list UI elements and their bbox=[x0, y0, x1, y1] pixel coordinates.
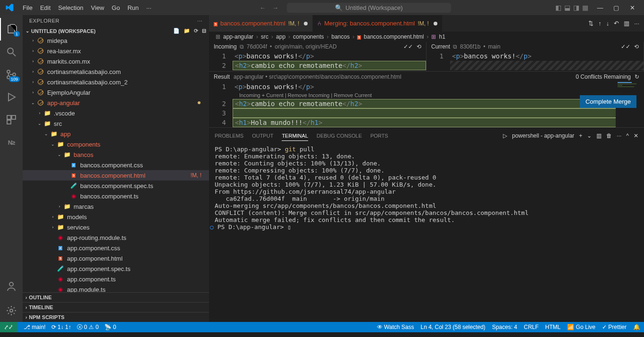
collapse-all-icon[interactable]: ⊟ bbox=[202, 28, 206, 34]
tree-item[interactable]: #bancos.component.css bbox=[23, 160, 209, 170]
activity-nx[interactable]: N≥ bbox=[0, 131, 23, 154]
tree-item[interactable]: ›📁.vscode bbox=[23, 108, 209, 118]
up-icon[interactable]: ↑ bbox=[598, 20, 602, 27]
tree-item[interactable]: ◉app-routing.module.ts bbox=[23, 232, 209, 243]
prettier-status[interactable]: ✓ Prettier bbox=[602, 324, 627, 330]
panel-tab-problems[interactable]: PROBLEMS bbox=[215, 131, 243, 140]
terminal-label[interactable]: powershell - app-angular bbox=[512, 132, 574, 139]
tree-item[interactable]: 5bancos.component.html!M, ! bbox=[23, 170, 209, 181]
activity-settings[interactable] bbox=[0, 299, 23, 322]
tree-item[interactable]: ⌄📁components bbox=[23, 139, 209, 149]
tree-item[interactable]: ›⎇cortinasmetalicasbajio.com bbox=[23, 66, 209, 77]
menu-selection[interactable]: Selection bbox=[54, 4, 87, 11]
terminal-dropdown-icon[interactable]: ⌄ bbox=[587, 132, 592, 139]
code-line[interactable]: 2<h2>cambio echo remotamente</h2> bbox=[209, 61, 426, 70]
editor-tab[interactable]: 5bancos.component.html!M, ! bbox=[209, 15, 313, 32]
tree-item[interactable]: #app.component.css bbox=[23, 243, 209, 253]
tree-item[interactable]: ⌄⎇app-angular bbox=[23, 98, 209, 108]
menu-view[interactable]: View bbox=[87, 4, 108, 11]
close-window-button[interactable]: ✕ bbox=[624, 0, 640, 15]
activity-source-control[interactable]: 109 bbox=[0, 63, 23, 86]
down-icon[interactable]: ↓ bbox=[606, 20, 610, 27]
menu-···[interactable]: ··· bbox=[142, 4, 155, 11]
tree-item[interactable]: ›⎇midepa bbox=[23, 35, 209, 46]
activity-account[interactable] bbox=[0, 275, 23, 297]
kill-terminal-icon[interactable]: 🗑 bbox=[606, 132, 612, 139]
reset-icon[interactable]: ↻ bbox=[635, 74, 639, 80]
layout-bottom-icon[interactable]: ⬓ bbox=[564, 4, 570, 11]
split-terminal-icon[interactable]: ▥ bbox=[596, 132, 602, 139]
refresh-icon[interactable]: ⟳ bbox=[194, 28, 198, 34]
section-timeline[interactable]: ›TIMELINE bbox=[23, 302, 209, 312]
accept-current-icon[interactable]: ✓✓ bbox=[621, 43, 630, 50]
code-line[interactable]: 1<p>bancos works!</p> bbox=[209, 51, 426, 61]
activity-run-debug[interactable] bbox=[0, 86, 23, 108]
activity-search[interactable] bbox=[0, 41, 23, 63]
revert-icon[interactable]: ↶ bbox=[614, 20, 619, 27]
watch-sass[interactable]: 👁 Watch Sass bbox=[377, 324, 414, 330]
revert-current-icon[interactable]: ⟲ bbox=[634, 43, 639, 50]
breadcrumb-item[interactable]: h1 bbox=[439, 33, 445, 40]
tree-item[interactable]: ›📁marcas bbox=[23, 201, 209, 212]
panel-tab-terminal[interactable]: TERMINAL bbox=[282, 131, 308, 141]
terminal-output[interactable]: PS D:\app-angular> git pullremote: Enume… bbox=[209, 144, 644, 255]
code-line[interactable]: 4<h1>Hola mundo!!!</h1> bbox=[209, 118, 644, 127]
terminal-profile-icon[interactable]: ▷ bbox=[503, 132, 507, 139]
breadcrumb-item[interactable]: components bbox=[293, 33, 324, 40]
codelens[interactable]: Incoming + Current | Remove Incoming | R… bbox=[209, 91, 644, 99]
maximize-button[interactable]: ▢ bbox=[608, 0, 624, 15]
new-folder-icon[interactable]: 📁 bbox=[184, 28, 190, 34]
breadcrumb-item[interactable]: bancos bbox=[331, 33, 350, 40]
tree-item[interactable]: ›⎇cortinasmetalicasbajio.com_2 bbox=[23, 77, 209, 87]
code-line[interactable]: 2<h2>cambio echo remotamente</h2> bbox=[209, 99, 644, 108]
sync-status[interactable]: ⟳ 1↓ 1↑ bbox=[51, 324, 71, 330]
breadcrumb-item[interactable]: app bbox=[276, 33, 285, 40]
tree-item[interactable]: ›⎇rea-laser.mx bbox=[23, 46, 209, 56]
more-icon[interactable]: ··· bbox=[634, 20, 639, 27]
tree-item[interactable]: 🧪bancos.component.spec.ts bbox=[23, 181, 209, 191]
diff-icon[interactable]: ⇅ bbox=[588, 20, 594, 27]
section-outline[interactable]: ›OUTLINE bbox=[23, 292, 209, 302]
new-file-icon[interactable]: 📄 bbox=[173, 28, 180, 34]
tree-item[interactable]: ◉bancos.component.ts bbox=[23, 191, 209, 201]
editor-tab[interactable]: ⑃Merging: bancos.component.html!M, ! bbox=[313, 15, 443, 32]
layout-customize-icon[interactable]: ▦ bbox=[582, 4, 588, 11]
tree-item[interactable]: ›📁services bbox=[23, 222, 209, 232]
menu-file[interactable]: File bbox=[19, 4, 36, 11]
accept-icon[interactable]: ✓✓ bbox=[403, 43, 413, 50]
activity-extensions[interactable] bbox=[0, 108, 23, 131]
tree-item[interactable]: ⌄📁app bbox=[23, 129, 209, 139]
menu-go[interactable]: Go bbox=[108, 4, 124, 11]
activity-explorer[interactable]: 1 bbox=[0, 18, 23, 41]
section-npm scripts[interactable]: ›NPM SCRIPTS bbox=[23, 312, 209, 322]
tree-item[interactable]: 5app.component.html bbox=[23, 253, 209, 263]
eol[interactable]: CRLF bbox=[524, 324, 538, 330]
indentation[interactable]: Spaces: 4 bbox=[492, 324, 517, 330]
notifications-icon[interactable]: 🔔 bbox=[633, 324, 640, 330]
breadcrumb[interactable]: ⊞app-angular›src›app›components›bancos›5… bbox=[209, 32, 644, 42]
panel-tab-ports[interactable]: PORTS bbox=[370, 131, 388, 140]
nav-forward-icon[interactable]: → bbox=[272, 4, 278, 11]
panel-tab-output[interactable]: OUTPUT bbox=[252, 131, 273, 140]
code-line[interactable] bbox=[427, 61, 644, 70]
breadcrumb-item[interactable]: src bbox=[261, 33, 268, 40]
branch-status[interactable]: ⎇ main! bbox=[24, 324, 46, 330]
cursor-position[interactable]: Ln 4, Col 23 (58 selected) bbox=[420, 324, 485, 330]
maximize-panel-icon[interactable]: ^ bbox=[626, 132, 629, 139]
menu-run[interactable]: Run bbox=[124, 4, 142, 11]
tree-item[interactable]: ›📁models bbox=[23, 212, 209, 222]
panel-tab-debug-console[interactable]: DEBUG CONSOLE bbox=[317, 131, 362, 140]
nav-back-icon[interactable]: ← bbox=[259, 4, 266, 11]
code-line[interactable]: 3 bbox=[209, 108, 644, 118]
language-mode[interactable]: HTML bbox=[545, 324, 561, 330]
tree-item[interactable]: ◉app.component.ts bbox=[23, 274, 209, 284]
tree-item[interactable]: 🧪app.component.spec.ts bbox=[23, 263, 209, 274]
revert-incoming-icon[interactable]: ⟲ bbox=[417, 43, 421, 50]
command-center[interactable]: 🔍 Untitled (Workspace) bbox=[287, 3, 451, 13]
remote-indicator[interactable]: ⤤⤦ bbox=[0, 322, 17, 332]
new-terminal-icon[interactable]: + bbox=[579, 132, 582, 139]
code-line[interactable]: 1<p>bancos works!</p> bbox=[427, 51, 644, 61]
tree-item[interactable]: ⌄📁bancos bbox=[23, 149, 209, 160]
minimize-button[interactable]: — bbox=[592, 0, 608, 15]
problems-status[interactable]: ⓧ 0 ⚠ 0 bbox=[77, 323, 99, 331]
